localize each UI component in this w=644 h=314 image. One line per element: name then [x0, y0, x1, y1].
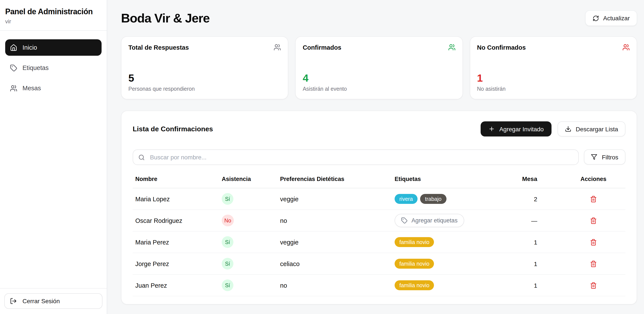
- attendance-cell: Sí: [222, 280, 280, 291]
- delete-guest-button[interactable]: [588, 259, 598, 269]
- sidebar-nav: Inicio Etiquetas Mesas: [0, 31, 107, 105]
- search-input[interactable]: [149, 153, 573, 161]
- guest-name: Maria Perez: [135, 239, 222, 246]
- mesa-number: —: [505, 217, 540, 224]
- table-row: Oscar Rodriguez No no Agregar etiquetas …: [133, 210, 626, 232]
- attendance-badge: Sí: [222, 280, 234, 291]
- sidebar: Panel de Administración vir Inicio Etiqu…: [0, 0, 107, 314]
- search-row: Filtros: [133, 149, 626, 165]
- diet-preference: veggie: [280, 239, 394, 246]
- sidebar-item-label: Etiquetas: [22, 64, 48, 71]
- filters-button[interactable]: Filtros: [584, 149, 626, 165]
- actions-cell: [540, 194, 623, 204]
- trash-icon: [590, 239, 597, 246]
- tag-badge[interactable]: rivera: [394, 194, 418, 204]
- delete-guest-button[interactable]: [588, 194, 598, 204]
- column-header-acciones: Acciones: [540, 176, 623, 182]
- sidebar-item-label: Inicio: [22, 44, 37, 51]
- refresh-button[interactable]: Actualizar: [585, 10, 637, 26]
- delete-guest-button[interactable]: [588, 280, 598, 291]
- stat-card-confirmados: Confirmados 4 Asistirán al evento: [296, 36, 463, 99]
- stat-value: 4: [303, 72, 456, 84]
- plus-icon: [488, 126, 495, 132]
- stat-card-top: No Confirmados: [477, 44, 630, 51]
- users-icon: [448, 44, 455, 51]
- trash-icon: [590, 217, 597, 224]
- tag-badge[interactable]: familia novio: [394, 280, 434, 290]
- stat-caption: No asistirán: [477, 86, 630, 92]
- stat-card-top: Total de Respuestas: [128, 44, 281, 51]
- sidebar-item-mesas[interactable]: Mesas: [5, 80, 102, 96]
- tag-badge[interactable]: trabajo: [420, 194, 446, 204]
- users-icon: [622, 44, 630, 51]
- table-row: Juan Perez Sí no familia novio 1: [133, 275, 626, 296]
- guest-name: Maria Lopez: [135, 195, 222, 202]
- table-header-row: Nombre Asistencia Preferencias Dietética…: [133, 175, 626, 188]
- mesa-number: 1: [505, 282, 540, 289]
- attendance-cell: Sí: [222, 258, 280, 270]
- actions-cell: [540, 215, 623, 226]
- trash-icon: [590, 195, 597, 202]
- stat-label: Confirmados: [303, 44, 342, 51]
- column-header-nombre: Nombre: [135, 176, 222, 182]
- attendance-cell: Sí: [222, 236, 280, 248]
- mesa-number: 1: [505, 239, 540, 246]
- sidebar-item-etiquetas[interactable]: Etiquetas: [5, 60, 102, 76]
- table-row: Jorge Perez Sí celiaco familia novio 1: [133, 253, 626, 275]
- stat-label: No Confirmados: [477, 44, 526, 51]
- add-tags-button[interactable]: Agregar etiquetas: [394, 214, 464, 227]
- guest-name: Jorge Perez: [135, 260, 222, 267]
- attendance-cell: No: [222, 215, 280, 226]
- home-icon: [10, 44, 17, 51]
- search-icon: [138, 154, 145, 160]
- guest-name: Oscar Rodriguez: [135, 217, 222, 224]
- stat-caption: Personas que respondieron: [128, 86, 281, 92]
- diet-preference: no: [280, 282, 394, 289]
- mesa-number: 2: [505, 195, 540, 202]
- add-guest-button[interactable]: Agregar Invitado: [480, 121, 551, 136]
- tags-cell: rivera trabajo: [394, 194, 505, 204]
- download-icon: [565, 126, 572, 132]
- stat-card-bottom: 5 Personas que respondieron: [128, 72, 281, 92]
- confirmations-table: Nombre Asistencia Preferencias Dietética…: [133, 175, 626, 296]
- panel-actions: Agregar Invitado Descargar Lista: [480, 121, 626, 136]
- table-row: Maria Lopez Sí veggie rivera trabajo 2: [133, 188, 626, 210]
- tag-badge[interactable]: familia novio: [394, 237, 434, 247]
- stat-card-total: Total de Respuestas 5 Personas que respo…: [121, 36, 288, 99]
- delete-guest-button[interactable]: [588, 215, 598, 226]
- tag-badge[interactable]: familia novio: [394, 259, 434, 269]
- stat-card-top: Confirmados: [303, 44, 456, 51]
- sidebar-item-label: Mesas: [22, 85, 41, 92]
- search-box: [133, 149, 579, 165]
- stat-value: 5: [128, 72, 281, 84]
- refresh-label: Actualizar: [603, 15, 630, 21]
- tag-icon: [401, 217, 408, 224]
- mesa-number: 1: [505, 260, 540, 267]
- logout-button[interactable]: Cerrar Sesión: [4, 293, 102, 309]
- users-icon: [10, 84, 17, 92]
- users-icon: [274, 44, 281, 51]
- panel-header: Lista de Confirmaciones Agregar Invitado…: [133, 121, 626, 136]
- attendance-badge: Sí: [222, 193, 234, 205]
- diet-preference: veggie: [280, 195, 394, 202]
- column-header-mesa: Mesa: [505, 175, 540, 182]
- tags-cell: familia novio: [394, 280, 505, 290]
- attendance-badge: No: [222, 215, 234, 226]
- stats-row: Total de Respuestas 5 Personas que respo…: [121, 36, 637, 99]
- app: Panel de Administración vir Inicio Etiqu…: [0, 0, 644, 314]
- download-list-button[interactable]: Descargar Lista: [558, 121, 626, 136]
- refresh-icon: [592, 15, 599, 21]
- filters-label: Filtros: [602, 154, 618, 160]
- attendance-cell: Sí: [222, 193, 280, 205]
- delete-guest-button[interactable]: [588, 237, 598, 247]
- column-header-preferencias: Preferencias Dietéticas: [280, 176, 394, 182]
- filter-icon: [591, 154, 598, 160]
- logged-in-user: vir: [5, 18, 102, 25]
- stat-value: 1: [477, 72, 630, 84]
- main-content: Boda Vir & Jere Actualizar Total de Resp…: [107, 0, 644, 314]
- guest-name: Juan Perez: [135, 282, 222, 289]
- sidebar-footer: Cerrar Sesión: [0, 288, 107, 314]
- sidebar-item-inicio[interactable]: Inicio: [5, 39, 102, 56]
- logout-icon: [10, 298, 17, 305]
- sidebar-header: Panel de Administración vir: [0, 0, 107, 31]
